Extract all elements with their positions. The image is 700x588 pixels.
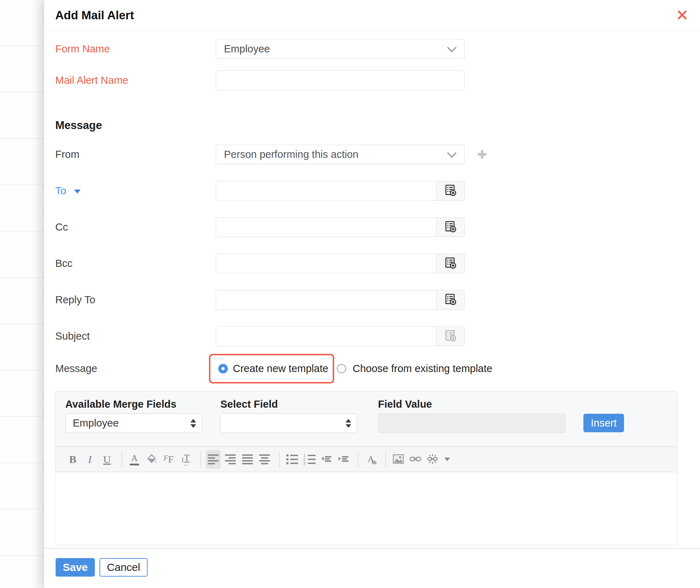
select-stepper-icon [346, 419, 351, 428]
font-color-icon: A [131, 454, 138, 463]
background-page [0, 0, 44, 588]
choose-existing-template-label: Choose from existing template [353, 363, 492, 375]
add-recipient-icon [444, 293, 457, 307]
message-section-heading: Message [55, 118, 102, 133]
close-button[interactable] [674, 7, 690, 23]
footer-divider [44, 548, 700, 549]
insert-link-button[interactable] [408, 450, 423, 469]
merge-fields-select[interactable]: Employee [65, 413, 202, 433]
merge-fields-panel: Available Merge Fields Employee Select F… [55, 391, 677, 447]
to-add-recipient-button[interactable] [436, 181, 464, 200]
mail-alert-name-label: Mail Alert Name [55, 71, 205, 90]
font-size-icon: t T ↔ [182, 453, 190, 466]
italic-icon: I [88, 454, 92, 465]
form-name-value: Employee [224, 43, 270, 55]
cancel-button[interactable]: Cancel [99, 558, 148, 577]
reply-to-input[interactable] [216, 290, 436, 309]
x-icon [676, 9, 688, 22]
reply-to-add-recipient-button[interactable] [436, 290, 464, 309]
bold-button[interactable]: B [65, 450, 80, 469]
to-input[interactable] [216, 181, 436, 200]
align-right-icon [225, 454, 236, 464]
align-right-button[interactable] [223, 450, 238, 469]
align-justify-icon [242, 454, 253, 464]
outdent-button[interactable] [319, 450, 334, 469]
cc-label: Cc [55, 217, 205, 237]
paint-bucket-icon [146, 453, 157, 466]
add-recipient-icon [444, 184, 457, 198]
dialog-header: Add Mail Alert [44, 0, 700, 31]
background-color-button[interactable] [144, 450, 159, 469]
field-value-label: Field Value [378, 396, 432, 412]
align-left-icon [208, 454, 219, 464]
remove-format-icon: A [368, 455, 374, 464]
ordered-list-button[interactable]: 1 2 3 [302, 450, 317, 469]
align-center-button[interactable] [257, 450, 272, 469]
align-left-button[interactable] [206, 450, 221, 469]
bcc-input[interactable] [216, 254, 436, 273]
reply-to-field [216, 290, 465, 310]
indent-icon [338, 454, 349, 465]
to-caret-icon [74, 190, 81, 194]
cc-field [216, 217, 465, 237]
toolbar-more-button[interactable] [442, 450, 452, 469]
font-color-button[interactable]: A [127, 450, 142, 469]
to-field [216, 181, 465, 201]
dialog-title: Add Mail Alert [55, 0, 134, 31]
caret-down-icon [444, 458, 450, 461]
merge-fields-value: Employee [73, 417, 119, 429]
message-editor-area[interactable] [55, 472, 677, 545]
underline-button[interactable]: U [99, 450, 114, 469]
add-mail-alert-dialog: Add Mail Alert Form Name Employee Mail A… [44, 0, 700, 588]
save-button[interactable]: Save [56, 558, 95, 577]
unordered-list-button[interactable] [285, 450, 300, 469]
bcc-add-recipient-button[interactable] [436, 254, 464, 273]
create-new-template-option[interactable]: Create new template [209, 354, 334, 383]
add-recipient-icon [444, 220, 457, 234]
field-value-input [378, 413, 566, 433]
toolbar-divider [279, 451, 280, 468]
align-justify-button[interactable] [240, 450, 255, 469]
outdent-icon [321, 454, 332, 465]
underline-icon: U [103, 454, 111, 465]
reply-to-label: Reply To [55, 290, 205, 310]
cc-input[interactable] [216, 218, 436, 237]
from-select[interactable]: Person performing this action [216, 145, 465, 164]
mail-alert-name-input[interactable] [216, 71, 465, 90]
toolbar-divider [200, 451, 201, 468]
available-merge-fields-label: Available Merge Fields [65, 396, 177, 412]
unlink-button[interactable] [425, 450, 440, 469]
choose-existing-template-option[interactable]: Choose from existing template [337, 354, 492, 383]
cc-add-recipient-button[interactable] [436, 218, 464, 237]
add-recipient-icon [444, 329, 457, 344]
message-choice-label: Message [55, 354, 205, 383]
editor-toolbar: B I U A F F [55, 447, 677, 472]
insert-image-button[interactable] [391, 450, 406, 469]
form-name-label: Form Name [55, 39, 205, 59]
bcc-label: Bcc [55, 254, 205, 273]
font-family-icon: F F [164, 454, 174, 464]
plus-icon [476, 149, 488, 161]
remove-format-button[interactable]: A [363, 450, 378, 469]
message-editor-block: Available Merge Fields Employee Select F… [55, 391, 678, 545]
to-label[interactable]: To [55, 181, 205, 201]
insert-button[interactable]: Insert [583, 414, 624, 432]
from-label: From [55, 145, 205, 164]
subject-field [216, 326, 465, 346]
chevron-down-icon [447, 149, 456, 160]
font-size-button[interactable]: t T ↔ [178, 450, 193, 469]
select-field-select[interactable] [220, 413, 357, 433]
font-family-button[interactable]: F F [161, 450, 176, 469]
radio-selected-icon [218, 364, 228, 373]
add-from-button[interactable] [474, 147, 490, 163]
toolbar-divider [358, 451, 358, 468]
toolbar-divider [385, 451, 386, 468]
subject-add-merge-button [436, 327, 464, 346]
bcc-field [216, 254, 465, 273]
italic-button[interactable]: I [82, 450, 97, 469]
from-value: Person performing this action [224, 149, 358, 160]
form-name-select[interactable]: Employee [216, 39, 465, 59]
create-new-template-label: Create new template [233, 363, 328, 375]
subject-input[interactable] [216, 327, 436, 346]
indent-button[interactable] [336, 450, 351, 469]
